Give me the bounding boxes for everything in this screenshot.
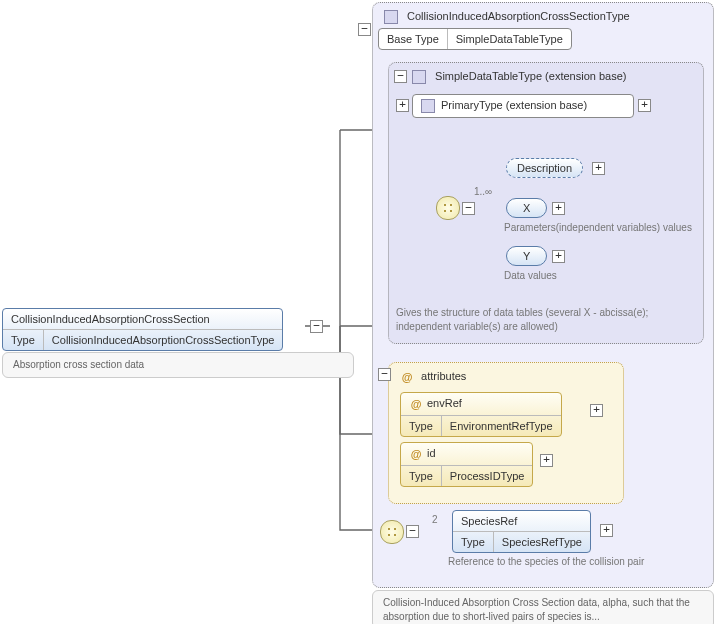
root-collapse-toggle[interactable]: − [310, 320, 323, 333]
attr-id-name: id [427, 447, 436, 459]
attribute-group-icon: @ [400, 370, 414, 384]
species-sequence-icon [380, 520, 404, 544]
speciesref-type-label: Type [453, 532, 493, 552]
outer-collapse-toggle[interactable]: − [358, 23, 371, 36]
speciesref-type-value: SpeciesRefType [493, 532, 590, 552]
attribute-icon: @ [409, 447, 423, 461]
x-expand[interactable]: + [552, 202, 565, 215]
x-element[interactable]: X [506, 198, 547, 218]
root-type-value: CollisionInducedAbsorptionCrossSectionTy… [43, 330, 283, 350]
y-expand[interactable]: + [552, 250, 565, 263]
attr-id-type-value: ProcessIDType [441, 466, 533, 486]
description-element[interactable]: Description [506, 158, 583, 178]
root-note: Absorption cross section data [2, 352, 354, 378]
speciesref-expand[interactable]: + [600, 524, 613, 537]
outer-header-text: CollisionInducedAbsorptionCrossSectionTy… [407, 10, 630, 22]
attributes-header-text: attributes [421, 370, 466, 382]
speciesref-name: SpeciesRef [453, 511, 525, 531]
speciesref-element[interactable]: SpeciesRef Type SpeciesRefType [452, 510, 591, 553]
root-element-name: CollisionInducedAbsorptionCrossSection [3, 309, 218, 329]
x-note: Parameters(independent variables) values [504, 222, 698, 233]
attr-envref-name: envRef [427, 397, 462, 409]
outer-header: CollisionInducedAbsorptionCrossSectionTy… [384, 10, 630, 24]
inner-collapse-toggle[interactable]: − [394, 70, 407, 83]
complextype-icon [384, 10, 398, 24]
outer-basetype-label: Base Type [379, 29, 447, 49]
attr-envref-type-value: EnvironmentRefType [441, 416, 561, 436]
complextype-icon [421, 99, 435, 113]
attributes-header: @ attributes [400, 370, 466, 384]
inner-header: SimpleDataTableType (extension base) [412, 70, 626, 84]
attr-id-type-label: Type [401, 466, 441, 486]
species-sequence-toggle[interactable]: − [406, 525, 419, 538]
attr-id[interactable]: @id Type ProcessIDType [400, 442, 533, 487]
sequence-collapse-toggle[interactable]: − [462, 202, 475, 215]
root-type-label: Type [3, 330, 43, 350]
root-element[interactable]: CollisionInducedAbsorptionCrossSection T… [2, 308, 283, 351]
outer-basetype-row: Base Type SimpleDataTableType [378, 28, 572, 50]
inner-footer-note: Gives the structure of data tables (seve… [396, 306, 694, 333]
speciesref-note: Reference to the species of the collisio… [448, 556, 698, 567]
species-cardinality: 2 [432, 514, 438, 525]
attr-id-expand[interactable]: + [540, 454, 553, 467]
attr-envref-expand[interactable]: + [590, 404, 603, 417]
sequence-cardinality: 1..∞ [474, 186, 492, 197]
primary-type-box[interactable]: PrimaryType (extension base) [412, 94, 634, 118]
description-expand[interactable]: + [592, 162, 605, 175]
outer-basetype-value: SimpleDataTableType [447, 29, 571, 49]
sequence-icon [436, 196, 460, 220]
inner-header-text: SimpleDataTableType (extension base) [435, 70, 626, 82]
complextype-icon [412, 70, 426, 84]
primary-right-expand[interactable]: + [638, 99, 651, 112]
primary-expand-toggle[interactable]: + [396, 99, 409, 112]
attributes-collapse-toggle[interactable]: − [378, 368, 391, 381]
y-element[interactable]: Y [506, 246, 547, 266]
attribute-icon: @ [409, 397, 423, 411]
attr-envref[interactable]: @envRef Type EnvironmentRefType [400, 392, 562, 437]
y-note: Data values [504, 270, 557, 281]
outer-footer-note: Collision-Induced Absorption Cross Secti… [372, 590, 714, 624]
attr-envref-type-label: Type [401, 416, 441, 436]
primary-type-text: PrimaryType (extension base) [441, 99, 587, 111]
